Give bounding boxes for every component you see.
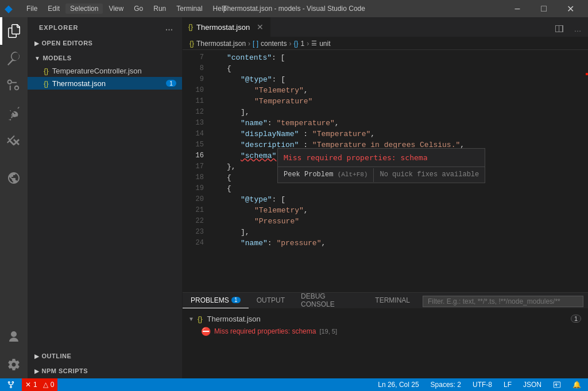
ln-13: 13 bbox=[183, 118, 204, 129]
ln-9: 9 bbox=[183, 74, 204, 85]
titlebar-left: ◆ File Edit Selection View Go Run Termin… bbox=[5, 2, 231, 15]
panel-tab-problems[interactable]: PROBLEMS 1 bbox=[183, 292, 249, 308]
hover-tooltip: Miss required properties: schema Peek Pr… bbox=[277, 148, 485, 183]
error-count: 1 bbox=[33, 381, 37, 389]
activity-search[interactable] bbox=[0, 45, 28, 72]
activity-run[interactable] bbox=[0, 100, 28, 127]
code-line-14: "displayName" : "Temperature", bbox=[213, 129, 574, 140]
spaces-text: Spaces: 2 bbox=[431, 381, 461, 389]
tab-close-btn[interactable]: ✕ bbox=[256, 22, 265, 32]
panel-tab-debug-console[interactable]: DEBUG CONSOLE bbox=[293, 292, 367, 308]
menu-bar: File Edit Selection View Go Run Terminal… bbox=[22, 3, 231, 14]
main-layout: EXPLORER … ▶ OPEN EDITORS ▼ MODELS {} Te… bbox=[0, 17, 588, 378]
activity-settings[interactable] bbox=[0, 351, 28, 378]
sidebar: EXPLORER … ▶ OPEN EDITORS ▼ MODELS {} Te… bbox=[28, 17, 183, 378]
line-ending-item[interactable]: LF bbox=[501, 378, 514, 391]
filename-thermostat: Thermostat.json bbox=[52, 79, 106, 88]
peek-problem-key: (Alt+F8) bbox=[338, 171, 368, 178]
maximize-button[interactable]: □ bbox=[531, 0, 557, 17]
activity-explorer[interactable] bbox=[0, 17, 28, 45]
breadcrumb-unit-icon: ☰ bbox=[311, 40, 317, 47]
line-ending-text: LF bbox=[504, 381, 512, 389]
debug-console-label: DEBUG CONSOLE bbox=[301, 292, 359, 308]
ln-21: 21 bbox=[183, 205, 204, 216]
problem-item-1[interactable]: ⛔ Miss required properties: schema [19, … bbox=[183, 325, 588, 338]
npm-scripts-header[interactable]: ▶ NPM SCRIPTS bbox=[28, 365, 182, 377]
minimap-area bbox=[574, 50, 588, 292]
error-circle-icon: ⛔ bbox=[201, 327, 211, 336]
activity-extensions[interactable] bbox=[0, 127, 28, 155]
tab-filename: Thermostat.json bbox=[196, 23, 250, 32]
ln-22: 22 bbox=[183, 216, 204, 227]
group-collapse-icon: ▼ bbox=[188, 316, 194, 322]
sidebar-actions: … bbox=[164, 22, 175, 33]
menu-go[interactable]: Go bbox=[129, 3, 148, 14]
encoding-text: UTF-8 bbox=[473, 381, 492, 389]
menu-edit[interactable]: Edit bbox=[43, 3, 64, 14]
breadcrumb-contents[interactable]: [ ] contents bbox=[253, 40, 287, 48]
file-temperature-controller[interactable]: {} TemperatureController.json bbox=[28, 64, 182, 77]
code-editor[interactable]: 7 8 9 10 11 12 13 14 15 16 17 18 19 20 2… bbox=[183, 50, 588, 292]
menu-selection[interactable]: Selection bbox=[65, 3, 103, 14]
more-actions-btn[interactable]: … bbox=[570, 21, 586, 37]
breadcrumb-sep-3: › bbox=[307, 40, 309, 48]
ln-20: 20 bbox=[183, 194, 204, 205]
breadcrumb-unit[interactable]: ☰ unit bbox=[311, 40, 330, 48]
window-controls: – □ ✕ bbox=[504, 0, 583, 17]
sidebar-more-btn[interactable]: … bbox=[164, 22, 175, 33]
breadcrumb-1[interactable]: {} 1 bbox=[293, 40, 304, 48]
open-editors-label: OPEN EDITORS bbox=[42, 40, 93, 47]
activity-bar-bottom bbox=[0, 323, 28, 378]
tab-thermostat[interactable]: {} Thermostat.json ✕ bbox=[183, 17, 271, 37]
language-item[interactable]: JSON bbox=[521, 378, 544, 391]
error-x-icon: ✕ bbox=[25, 381, 31, 389]
file-icon-thermostat: {} bbox=[44, 79, 49, 88]
ln-16: 16 bbox=[183, 150, 204, 161]
menu-terminal[interactable]: Terminal bbox=[172, 3, 207, 14]
code-line-19: { bbox=[213, 183, 574, 194]
minimap bbox=[574, 50, 588, 292]
git-icon-btn[interactable] bbox=[5, 378, 17, 391]
menu-run[interactable]: Run bbox=[149, 3, 171, 14]
activity-remote[interactable] bbox=[0, 164, 28, 192]
code-line-8: { bbox=[213, 63, 574, 74]
window-title: Thermostat.json - models - Visual Studio… bbox=[223, 5, 365, 13]
peek-problem-btn[interactable]: Peek Problem (Alt+F8) bbox=[278, 167, 373, 183]
panel-tab-output[interactable]: OUTPUT bbox=[249, 292, 293, 308]
menu-file[interactable]: File bbox=[22, 3, 42, 14]
menu-view[interactable]: View bbox=[104, 3, 128, 14]
notification-btn[interactable]: 🔔 bbox=[570, 378, 583, 391]
status-bar: ✕ 1 △ 0 Ln 26, Col 25 Spaces: 2 UTF-8 LF… bbox=[0, 378, 588, 391]
outline-header[interactable]: ▶ OUTLINE bbox=[28, 350, 182, 362]
problem-group-header[interactable]: ▼ {} Thermostat.json 1 bbox=[183, 312, 588, 325]
cursor-position[interactable]: Ln 26, Col 25 bbox=[376, 378, 421, 391]
errors-btn[interactable]: ✕ 1 △ 0 bbox=[22, 378, 57, 391]
split-editor-btn[interactable] bbox=[551, 21, 567, 37]
filter-input[interactable] bbox=[423, 296, 583, 307]
notification-icon: 🔔 bbox=[572, 381, 581, 389]
panel-tab-terminal[interactable]: TERMINAL bbox=[367, 292, 418, 308]
breadcrumb-file[interactable]: {} Thermostat.json bbox=[189, 40, 246, 48]
models-header[interactable]: ▼ MODELS bbox=[28, 52, 182, 64]
ln-14: 14 bbox=[183, 129, 204, 140]
tab-bar: {} Thermostat.json ✕ … bbox=[183, 17, 588, 37]
ln-17: 17 bbox=[183, 161, 204, 172]
terminal-label: TERMINAL bbox=[375, 296, 410, 304]
problems-label: PROBLEMS bbox=[191, 296, 229, 304]
ln-11: 11 bbox=[183, 96, 204, 107]
breadcrumb-sep-1: › bbox=[248, 40, 250, 48]
close-button[interactable]: ✕ bbox=[557, 0, 583, 17]
spaces-item[interactable]: Spaces: 2 bbox=[428, 378, 463, 391]
remote-icon-btn[interactable] bbox=[551, 378, 563, 391]
minimize-button[interactable]: – bbox=[504, 0, 531, 17]
file-thermostat[interactable]: {} Thermostat.json 1 bbox=[28, 77, 182, 90]
ln-15: 15 bbox=[183, 140, 204, 150]
encoding-item[interactable]: UTF-8 bbox=[470, 378, 494, 391]
panel-tabs: PROBLEMS 1 OUTPUT DEBUG CONSOLE TERMINAL bbox=[183, 293, 588, 309]
activity-account[interactable] bbox=[0, 323, 28, 351]
activity-source-control[interactable] bbox=[0, 72, 28, 100]
open-editors-header[interactable]: ▶ OPEN EDITORS bbox=[28, 37, 182, 49]
activity-bar bbox=[0, 17, 28, 378]
panel-content: ▼ {} Thermostat.json 1 ⛔ Miss required p… bbox=[183, 309, 588, 378]
code-line-20: "@type": [ bbox=[213, 194, 574, 205]
